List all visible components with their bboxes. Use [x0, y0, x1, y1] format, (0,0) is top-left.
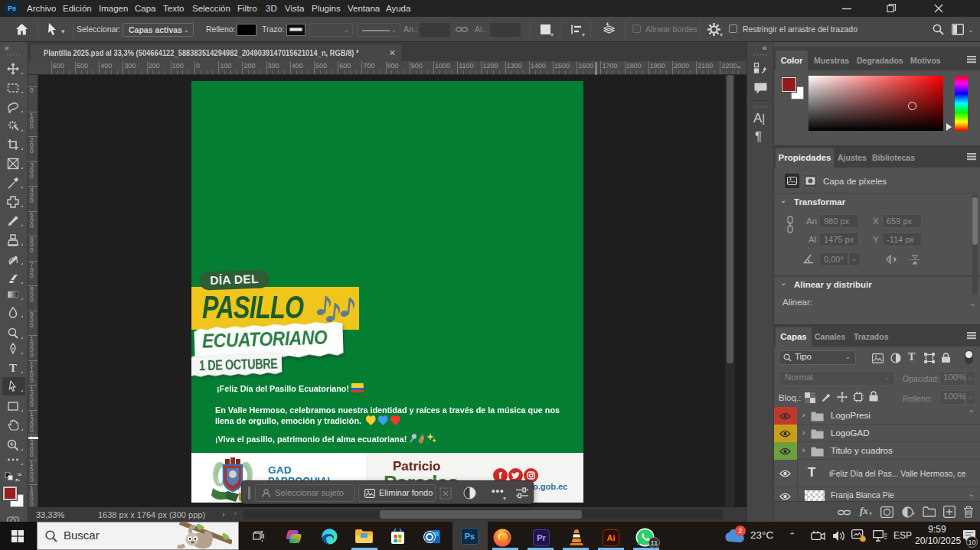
svg-text:T: T — [9, 362, 17, 374]
